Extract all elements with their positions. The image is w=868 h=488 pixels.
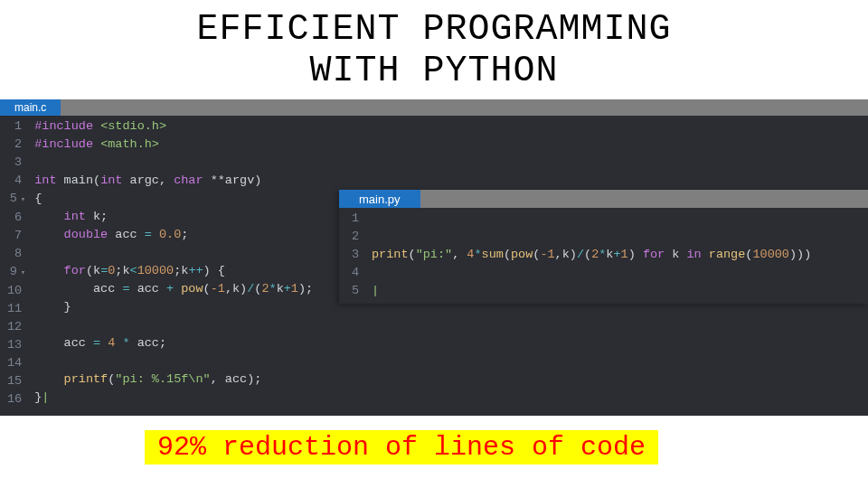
slide-title: EFFICIENT PROGRAMMING WITH PYTHON	[0, 0, 868, 99]
c-editor-tabbar: main.c	[0, 99, 868, 116]
py-editor-tabbar: main.py	[339, 190, 868, 208]
cursor-icon: |	[372, 284, 379, 297]
title-line-2: WITH PYTHON	[309, 51, 558, 91]
py-editor-tab[interactable]: main.py	[339, 190, 420, 208]
py-editor-code: 1 2 3 4 5 print("pi:", 4*sum(pow(-1,k)/(…	[339, 208, 868, 304]
c-editor-tab[interactable]: main.c	[0, 99, 61, 116]
py-editor-gutter: 1 2 3 4 5	[339, 208, 366, 304]
python-editor-panel: main.py 1 2 3 4 5 print("pi:", 4*sum(pow…	[339, 190, 868, 304]
c-editor-gutter: 1 2 3 4 5 6 7 8 9 10 11 12 13 14 15 16	[0, 116, 29, 412]
cursor-icon: |	[42, 390, 49, 404]
code-editors-area: main.c 1 2 3 4 5 6 7 8 9 10 11 12 13 14 …	[0, 99, 868, 416]
py-editor-source[interactable]: print("pi:", 4*sum(pow(-1,k)/(2*k+1) for…	[366, 208, 868, 304]
title-line-1: EFFICIENT PROGRAMMING	[196, 9, 671, 50]
highlight-caption: 92% reduction of lines of code	[145, 430, 658, 465]
